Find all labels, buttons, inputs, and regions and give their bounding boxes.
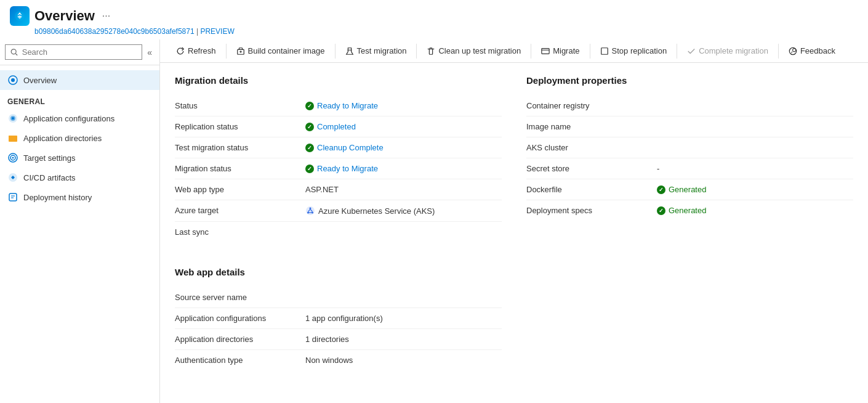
table-row: Deployment specs Generated [526,200,853,221]
web-app-details-table: Source server name Application configura… [175,287,502,370]
app-dir-icon [7,132,18,144]
sidebar-item-label: CI/CD artifacts [23,173,76,182]
table-row: Application configurations 1 app configu… [175,308,502,329]
overview-icon [7,75,18,86]
sidebar-item-overview[interactable]: Overview [0,70,159,90]
table-row: Authentication type Non windows [175,350,502,370]
deploy-icon [7,192,18,203]
search-icon [10,48,18,57]
more-options[interactable]: ··· [102,10,110,22]
sidebar-item-label: Application configurations [23,114,115,123]
sidebar-item-app-directories[interactable]: Application directories [0,128,159,148]
sidebar-item-label: Application directories [23,134,102,143]
stop-replication-button[interactable]: Stop replication [594,43,673,59]
test-icon [345,47,354,55]
complete-migration-button[interactable]: Complete migration [681,43,774,59]
svg-point-11 [12,157,14,159]
table-row: Secret store - [526,158,853,179]
web-app-details-section: Web app details Source server name Appli… [175,267,853,370]
deployment-specs-value: Generated [669,206,706,215]
status-icon [305,102,314,110]
sidebar-item-label: Overview [23,76,57,85]
azure-target-value: Azure Kubernetes Service (AKS) [318,206,435,216]
app-directories-value: 1 directories [305,335,502,344]
feedback-icon [789,47,797,55]
table-row: Web app type ASP.NET [175,179,502,200]
app-icon [10,6,30,26]
deployment-properties-table: Container registry Image name AKS cluste… [526,96,853,221]
stop-icon [600,47,609,55]
sidebar-item-target-settings[interactable]: Target settings [0,148,159,168]
divider [677,44,677,59]
general-section: General [0,90,159,108]
svg-rect-23 [542,48,549,54]
secret-store-value: - [657,164,853,173]
web-app-details-title: Web app details [175,267,853,277]
migration-details-section: Migration details Status Ready to Migrat… [175,75,502,242]
table-row: Application directories 1 directories [175,329,502,350]
build-container-button[interactable]: Build container image [230,43,331,59]
complete-icon [687,47,696,55]
svg-point-27 [792,48,795,51]
aks-icon [305,206,315,216]
refresh-button[interactable]: Refresh [170,43,222,59]
sidebar-item-label: Deployment history [23,193,92,202]
table-row: AKS cluster [526,137,853,158]
cleanup-button[interactable]: Clean up test migration [420,43,527,59]
divider [226,44,227,59]
header: Overview ··· b09806da640638a295278e040c9… [0,0,868,39]
divider [335,44,336,59]
dockerfile-value: Generated [669,185,706,194]
auth-type-value: Non windows [305,356,502,365]
test-migration-value[interactable]: Cleanup Complete [317,143,384,152]
sidebar: « Overview General Application configura… [0,39,160,403]
table-row: Last sync [175,222,502,242]
migration-details-title: Migration details [175,75,502,86]
svg-point-1 [11,49,16,54]
table-row: Replication status Completed [175,116,502,137]
table-row: Container registry [526,96,853,116]
status-icon [305,123,314,131]
svg-rect-25 [601,47,608,54]
table-row: Migration status Ready to Migrate [175,158,502,179]
table-row: Status Ready to Migrate [175,96,502,116]
svg-rect-13 [9,193,17,201]
build-icon [236,47,245,55]
divider [531,44,531,59]
test-migration-button[interactable]: Test migration [339,43,413,59]
svg-point-29 [310,208,311,210]
migrate-icon [541,47,550,55]
status-icon [657,185,665,194]
toolbar: Refresh Build container image Test migra… [160,39,868,63]
status-icon [305,165,314,173]
divider [416,44,417,59]
refresh-icon [176,47,185,55]
sidebar-item-app-configurations[interactable]: Application configurations [0,108,159,128]
table-row: Dockerfile Generated [526,179,853,200]
sidebar-item-label: Target settings [23,153,76,163]
feedback-button[interactable]: Feedback [782,43,842,59]
collapse-button[interactable]: « [145,45,155,60]
replication-status-value[interactable]: Completed [317,122,356,131]
status-icon [305,144,314,152]
deployment-properties-section: Deployment properties Container registry… [526,75,853,242]
main-content: Migration details Status Ready to Migrat… [160,63,868,403]
migration-status-value[interactable]: Ready to Migrate [317,164,378,173]
status-icon [657,206,665,215]
subtitle: b09806da640638a295278e040c9b6503afef5871… [34,27,858,36]
table-row: Image name [526,116,853,137]
sidebar-item-cicd[interactable]: CI/CD artifacts [0,168,159,187]
svg-line-2 [15,53,17,55]
status-value[interactable]: Ready to Migrate [317,101,378,110]
sidebar-nav: Overview General Application configurati… [0,65,159,212]
table-row: Source server name [175,287,502,308]
migrate-button[interactable]: Migrate [535,43,585,59]
page-title: Overview [34,8,95,24]
search-input[interactable] [22,47,137,57]
web-app-type-value: ASP.NET [305,185,502,194]
search-box[interactable] [5,44,142,60]
sidebar-item-deployment-history[interactable]: Deployment history [0,187,159,207]
svg-point-4 [11,78,15,82]
app-config-value: 1 app configuration(s) [305,314,502,323]
cleanup-icon [427,47,435,55]
